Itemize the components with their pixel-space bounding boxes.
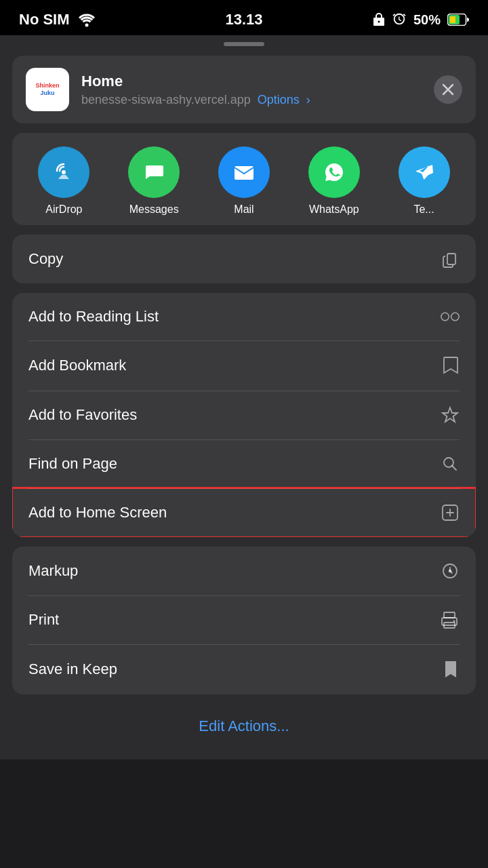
airdrop-label: AirDrop bbox=[45, 203, 82, 216]
app-item-airdrop[interactable]: AirDrop bbox=[26, 146, 101, 216]
app-item-whatsapp[interactable]: WhatsApp bbox=[297, 146, 371, 216]
save-keep-button[interactable]: Save in Keep bbox=[12, 644, 476, 694]
svg-point-16 bbox=[453, 620, 455, 623]
drag-handle-area bbox=[0, 35, 488, 49]
bookmark-icon bbox=[442, 355, 460, 376]
close-button[interactable] bbox=[434, 75, 462, 104]
time-label: 13.13 bbox=[225, 11, 262, 28]
svg-rect-13 bbox=[444, 612, 455, 618]
app-item-telegram[interactable]: Te... bbox=[387, 146, 462, 216]
status-bar: No SIM 13.13 50% bbox=[0, 0, 488, 35]
apps-row: AirDrop Messages Mail bbox=[12, 133, 476, 225]
carrier-label: No SIM bbox=[19, 11, 96, 28]
svg-point-8 bbox=[451, 313, 460, 321]
mail-icon bbox=[218, 146, 270, 198]
app-item-mail[interactable]: Mail bbox=[207, 146, 281, 216]
page-title: Home bbox=[81, 73, 422, 90]
options-button[interactable]: Options bbox=[258, 93, 300, 107]
print-button[interactable]: Print bbox=[12, 595, 476, 644]
airdrop-icon bbox=[38, 146, 89, 198]
copy-icon bbox=[441, 250, 460, 269]
telegram-icon bbox=[399, 146, 450, 198]
svg-point-4 bbox=[62, 170, 66, 174]
url-card: Shinken Juku Home benesse-siswa-ashy.ver… bbox=[12, 56, 476, 123]
svg-point-0 bbox=[85, 24, 88, 27]
messages-icon bbox=[128, 146, 180, 198]
svg-rect-6 bbox=[447, 254, 455, 264]
url-domain: benesse-siswa-ashy.vercel.app bbox=[81, 93, 251, 107]
menu-group-bookmark: Add to Reading List Add Bookmark Add to … bbox=[12, 293, 476, 537]
app-item-messages[interactable]: Messages bbox=[117, 146, 191, 216]
keep-icon bbox=[442, 659, 460, 679]
add-favorites-button[interactable]: Add to Favorites bbox=[12, 391, 476, 439]
menu-group-copy: Copy bbox=[12, 235, 476, 283]
copy-button[interactable]: Copy bbox=[12, 235, 476, 283]
reading-list-icon bbox=[441, 311, 460, 323]
star-icon bbox=[441, 406, 460, 425]
messages-label: Messages bbox=[129, 203, 179, 216]
search-icon bbox=[441, 454, 460, 473]
share-sheet: Shinken Juku Home benesse-siswa-ashy.ver… bbox=[0, 49, 488, 760]
lock-icon bbox=[373, 12, 385, 27]
menu-group-misc: Markup Print Save in Keep bbox=[12, 547, 476, 694]
edit-actions-button[interactable]: Edit Actions... bbox=[12, 704, 476, 749]
url-info: Home benesse-siswa-ashy.vercel.app Optio… bbox=[81, 73, 422, 107]
site-logo: Shinken Juku bbox=[26, 68, 69, 111]
whatsapp-label: WhatsApp bbox=[309, 203, 359, 216]
add-bookmark-button[interactable]: Add Bookmark bbox=[12, 340, 476, 391]
add-home-icon bbox=[441, 503, 460, 522]
alarm-icon bbox=[392, 12, 407, 27]
svg-point-12 bbox=[449, 570, 451, 572]
add-reading-list-button[interactable]: Add to Reading List bbox=[12, 293, 476, 340]
telegram-label: Te... bbox=[413, 203, 434, 216]
whatsapp-icon bbox=[308, 146, 360, 198]
markup-button[interactable]: Markup bbox=[12, 547, 476, 595]
svg-rect-3 bbox=[450, 16, 455, 23]
markup-icon bbox=[441, 561, 460, 580]
battery-label: 50% bbox=[413, 12, 441, 28]
drag-handle bbox=[224, 42, 264, 46]
status-icons: 50% bbox=[373, 12, 469, 28]
battery-icon bbox=[447, 14, 469, 26]
svg-point-7 bbox=[441, 313, 449, 321]
mail-label: Mail bbox=[234, 203, 253, 216]
print-icon bbox=[439, 610, 460, 629]
find-on-page-button[interactable]: Find on Page bbox=[12, 439, 476, 488]
add-home-screen-button[interactable]: Add to Home Screen bbox=[12, 488, 476, 537]
